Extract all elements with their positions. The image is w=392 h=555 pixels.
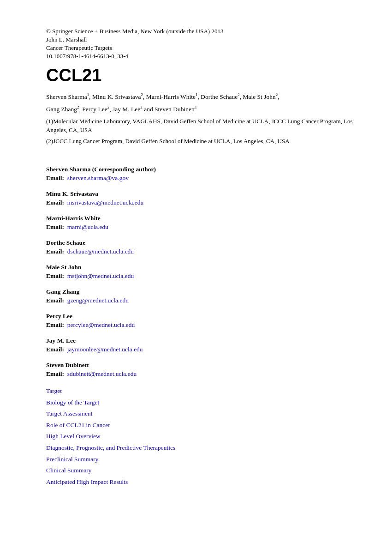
email-label-dorthe: Email: (46, 248, 64, 255)
contact-dorthe: Dorthe Schaue Email: dschaue@mednet.ucla… (46, 239, 355, 255)
email-link-minu[interactable]: msrivastava@mednet.ucla.edu (67, 199, 143, 206)
email-label-percy: Email: (46, 321, 64, 328)
contact-email-maie: Email: mstjohn@mednet.ucla.edu (46, 272, 355, 280)
contact-jay: Jay M. Lee Email: jaymoonlee@mednet.ucla… (46, 337, 355, 353)
contact-gang: Gang Zhang Email: gzeng@mednet.ucla.edu (46, 288, 355, 304)
contact-name-marni: Marni-Harris White (46, 215, 355, 222)
authors-line-1: Sherven Sharma1, Minu K. Srivastava2, Ma… (46, 92, 355, 102)
toc-link-clinical[interactable]: Clinical Summary (46, 465, 355, 476)
contact-email-jay: Email: jaymoonlee@mednet.ucla.edu (46, 346, 355, 353)
email-link-jay[interactable]: jaymoonlee@mednet.ucla.edu (67, 346, 143, 353)
contact-name-gang: Gang Zhang (46, 288, 355, 296)
email-label-jay: Email: (46, 346, 64, 353)
email-link-marni[interactable]: marni@ucla.edu (67, 223, 108, 230)
contact-email-gang: Email: gzeng@mednet.ucla.edu (46, 297, 355, 304)
toc-link-target[interactable]: Target (46, 386, 355, 396)
toc-link-role[interactable]: Role of CCL21 in Cancer (46, 420, 355, 430)
contact-name-sherven: Sherven Sharma (Corresponding author) (46, 166, 355, 173)
toc-section: Target Biology of the Target Target Asse… (46, 386, 355, 487)
email-label-minu: Email: (46, 199, 64, 206)
toc-link-anticipated[interactable]: Anticipated High Impact Results (46, 477, 355, 487)
contact-name-percy: Percy Lee (46, 313, 355, 320)
contact-marni: Marni-Harris White Email: marni@ucla.edu (46, 215, 355, 231)
spacer (46, 147, 355, 166)
contact-name-dorthe: Dorthe Schaue (46, 239, 355, 247)
email-label-maie: Email: (46, 272, 64, 279)
contact-sherven-sharma: Sherven Sharma (Corresponding author) Em… (46, 166, 355, 182)
toc-link-overview[interactable]: High Level Overview (46, 431, 355, 441)
toc-link-preclinical[interactable]: Preclinical Summary (46, 454, 355, 465)
contact-name-minu: Minu K. Srivastava (46, 190, 355, 198)
toc-link-diagnostic[interactable]: Diagnostic, Prognostic, and Predictive T… (46, 443, 355, 453)
email-link-percy[interactable]: percylee@mednet.ucla.edu (67, 321, 135, 328)
email-link-sherven[interactable]: sherven.sharma@va.gov (67, 175, 129, 181)
contact-name-jay: Jay M. Lee (46, 337, 355, 344)
email-label-marni: Email: (46, 223, 64, 230)
contact-name-steven: Steven Dubinett (46, 362, 355, 369)
contact-email-dorthe: Email: dschaue@mednet.ucla.edu (46, 248, 355, 255)
email-link-gang[interactable]: gzeng@mednet.ucla.edu (67, 297, 129, 304)
page-container: © Springer Science + Business Media, New… (0, 0, 392, 516)
toc-link-assessment[interactable]: Target Assessment (46, 409, 355, 419)
contact-email-percy: Email: percylee@mednet.ucla.edu (46, 321, 355, 329)
copyright-text: © Springer Science + Business Media, New… (46, 28, 355, 35)
contact-email-marni: Email: marni@ucla.edu (46, 223, 355, 231)
email-link-dorthe[interactable]: dschaue@mednet.ucla.edu (67, 248, 134, 255)
contact-name-maie: Maie St John (46, 264, 355, 271)
email-link-maie[interactable]: mstjohn@mednet.ucla.edu (67, 272, 134, 279)
email-link-steven[interactable]: sdubinett@mednet.ucla.edu (67, 370, 137, 377)
article-title: CCL21 (46, 66, 355, 85)
toc-link-biology[interactable]: Biology of the Target (46, 398, 355, 408)
affiliation-1: (1)Molecular Medicine Laboratory, VAGLAH… (46, 117, 355, 135)
contact-minu: Minu K. Srivastava Email: msrivastava@me… (46, 190, 355, 206)
affiliation-2: (2)JCCC Lung Cancer Program, David Geffe… (46, 137, 355, 146)
contact-steven: Steven Dubinett Email: sdubinett@mednet.… (46, 362, 355, 378)
editor-name: John L. Marshall (46, 36, 355, 43)
contact-maie: Maie St John Email: mstjohn@mednet.ucla.… (46, 264, 355, 280)
authors-line-2: Gang Zhang2, Percy Lee2, Jay M. Lee2 and… (46, 104, 355, 114)
email-label-gang: Email: (46, 297, 64, 304)
contact-email-minu: Email: msrivastava@mednet.ucla.edu (46, 199, 355, 206)
doi-text: 10.1007/978-1-4614-6613-0_33-4 (46, 53, 355, 60)
email-label-steven: Email: (46, 370, 64, 377)
contact-email-steven: Email: sdubinett@mednet.ucla.edu (46, 370, 355, 378)
journal-name: Cancer Therapeutic Targets (46, 44, 355, 52)
contact-percy: Percy Lee Email: percylee@mednet.ucla.ed… (46, 313, 355, 329)
email-label: Email: (46, 175, 64, 181)
contact-email-sherven: Email: sherven.sharma@va.gov (46, 175, 355, 182)
